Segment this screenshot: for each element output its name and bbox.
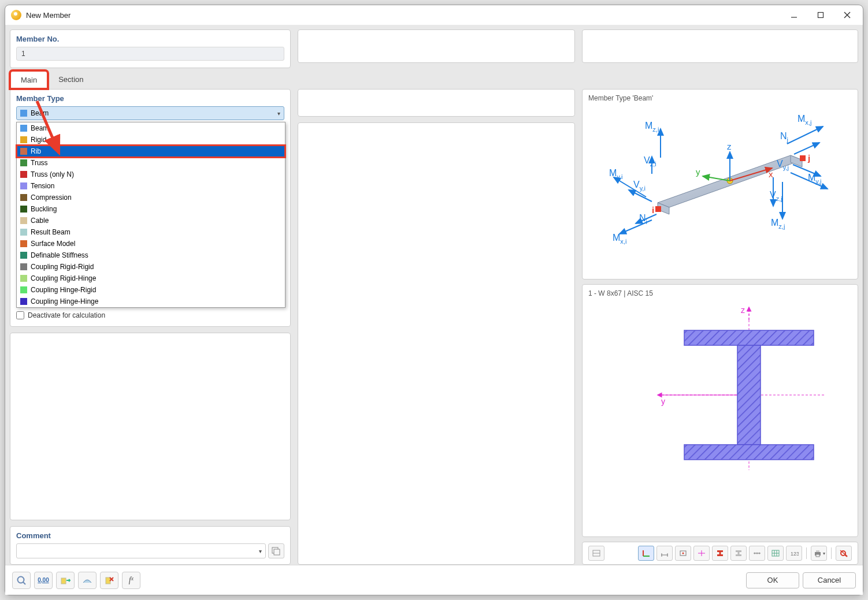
swatch-icon: [20, 252, 27, 259]
chevron-down-icon: ▾: [277, 110, 280, 117]
member-type-panel: Member Type Beam ▾ Beam Rigid: [10, 89, 291, 327]
svg-text:Nj: Nj: [780, 131, 788, 143]
principal-axes-button[interactable]: [693, 546, 710, 561]
deactivate-checkbox-row[interactable]: Deactivate for calculation: [16, 311, 105, 319]
comment-input[interactable]: ▾: [16, 543, 266, 558]
beam-preview-panel: Member Type 'Beam': [582, 89, 858, 279]
section-i-button[interactable]: [712, 546, 728, 561]
member-set-button[interactable]: [78, 572, 97, 589]
svg-rect-56: [684, 445, 814, 460]
tab-section[interactable]: Section: [48, 70, 94, 89]
swatch-icon: [20, 298, 27, 305]
minimize-button[interactable]: [781, 6, 807, 24]
svg-text:y: y: [661, 397, 665, 406]
beam-diagram: i j z y x: [588, 105, 852, 272]
dropdown-item-tension[interactable]: Tension: [17, 180, 285, 192]
maximize-button[interactable]: [807, 6, 834, 24]
swatch-icon: [20, 263, 27, 270]
swatch-icon: [20, 275, 27, 282]
svg-rect-72: [738, 552, 740, 554]
dropdown-item-rib[interactable]: Rib: [17, 146, 285, 157]
svg-rect-68: [717, 550, 723, 552]
dropdown-item-coupling-hh[interactable]: Coupling Hinge-Hinge: [17, 296, 285, 307]
swatch-icon: [20, 229, 27, 236]
dropdown-item-surface-model[interactable]: Surface Model: [17, 238, 285, 249]
ok-button[interactable]: OK: [746, 572, 799, 588]
cancel-button[interactable]: Cancel: [803, 572, 856, 588]
section-preview-panel: 1 - W 8x67 | AISC 15: [582, 284, 858, 537]
svg-text:Mz,i: Mz,i: [645, 121, 659, 133]
swatch-icon: [20, 286, 27, 293]
svg-rect-1: [818, 13, 824, 18]
dropdown-item-coupling-hr[interactable]: Coupling Hinge-Rigid: [17, 284, 285, 296]
combo-swatch-icon: [20, 110, 27, 117]
member-no-input[interactable]: [16, 47, 284, 61]
right-column: Member Type 'Beam': [582, 89, 858, 565]
combo-text: Beam: [31, 109, 49, 117]
member-type-dropdown[interactable]: Beam Rigid Rib Truss Truss (only N) Tens…: [16, 122, 285, 308]
dropdown-item-truss-only-n[interactable]: Truss (only N): [17, 169, 285, 180]
stress-points-button[interactable]: [749, 546, 765, 561]
preview-toolbar: 123 ▾: [582, 542, 858, 565]
grid-button[interactable]: [767, 546, 784, 561]
deactivate-checkbox[interactable]: [16, 311, 24, 319]
svg-line-90: [23, 582, 25, 584]
content-row: Member Type Beam ▾ Beam Rigid: [10, 89, 858, 565]
copy-member-button[interactable]: [56, 572, 75, 589]
top-row: Member No.: [10, 29, 858, 68]
dialog-window: New Member Member No. Main Section: [5, 5, 863, 595]
tabs-row: Main Section: [10, 70, 858, 89]
svg-rect-91: [61, 578, 66, 584]
mid-main-panel: [298, 122, 575, 565]
svg-line-31: [620, 220, 652, 234]
swatch-icon: [20, 206, 27, 213]
axes-view-button[interactable]: [638, 546, 654, 561]
close-button[interactable]: [834, 6, 860, 24]
dropdown-item-cable[interactable]: Cable: [17, 215, 285, 226]
left-column: Member Type Beam ▾ Beam Rigid: [10, 89, 291, 565]
units-button[interactable]: 0,00: [34, 572, 53, 589]
dropdown-item-definable-stiffness[interactable]: Definable Stiffness: [17, 249, 285, 261]
member-type-combo[interactable]: Beam ▾: [16, 106, 284, 120]
comment-library-button[interactable]: [268, 543, 284, 558]
dropdown-item-buckling[interactable]: Buckling: [17, 203, 285, 215]
swatch-icon: [20, 148, 27, 155]
help-button[interactable]: [12, 572, 31, 589]
svg-text:j: j: [807, 153, 810, 163]
svg-rect-70: [717, 554, 723, 556]
origin-button[interactable]: [675, 546, 691, 561]
top-blank-1: [298, 29, 575, 63]
svg-point-89: [18, 576, 24, 583]
print-button[interactable]: ▾: [811, 546, 827, 561]
reset-zoom-button[interactable]: [836, 546, 852, 561]
app-icon: [11, 10, 21, 20]
dropdown-item-compression[interactable]: Compression: [17, 192, 285, 203]
dimension-button[interactable]: [656, 546, 673, 561]
dropdown-item-truss[interactable]: Truss: [17, 157, 285, 169]
member-no-label: Member No.: [16, 35, 284, 43]
dropdown-item-coupling-rr[interactable]: Coupling Rigid-Rigid: [17, 261, 285, 273]
swatch-icon: [20, 240, 27, 247]
delete-member-button[interactable]: [100, 572, 118, 589]
svg-text:z: z: [741, 305, 745, 315]
dialog-footer: 0,00 fx OK Cancel: [5, 565, 863, 595]
titlebar: New Member: [5, 5, 863, 25]
formula-button[interactable]: fx: [122, 572, 140, 589]
svg-rect-54: [684, 330, 814, 345]
window-title: New Member: [26, 11, 781, 20]
svg-rect-69: [719, 552, 721, 554]
dropdown-item-beam[interactable]: Beam: [17, 122, 285, 134]
svg-line-35: [794, 143, 819, 154]
dropdown-item-coupling-rh[interactable]: Coupling Rigid-Hinge: [17, 273, 285, 284]
dropdown-item-result-beam[interactable]: Result Beam: [17, 226, 285, 238]
member-no-panel: Member No.: [10, 29, 291, 68]
svg-text:z: z: [727, 141, 732, 151]
svg-text:Vz,j: Vz,j: [770, 190, 782, 202]
render-mode-button[interactable]: [588, 546, 604, 561]
section-i-gray-button[interactable]: [730, 546, 747, 561]
values-button[interactable]: 123: [786, 546, 802, 561]
swatch-icon: [20, 194, 27, 201]
tab-main[interactable]: Main: [10, 70, 48, 89]
swatch-icon: [20, 182, 27, 189]
dropdown-item-rigid[interactable]: Rigid: [17, 134, 285, 146]
